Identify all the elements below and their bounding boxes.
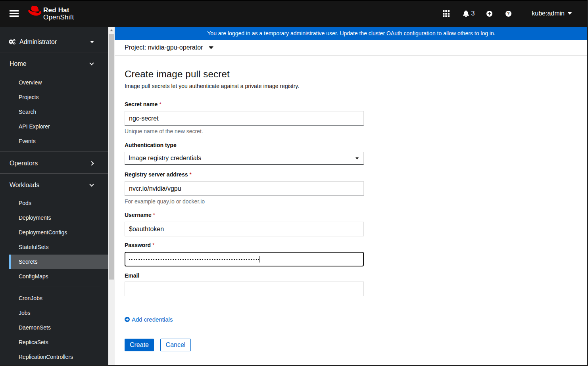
svg-text:?: ? [507, 11, 510, 16]
